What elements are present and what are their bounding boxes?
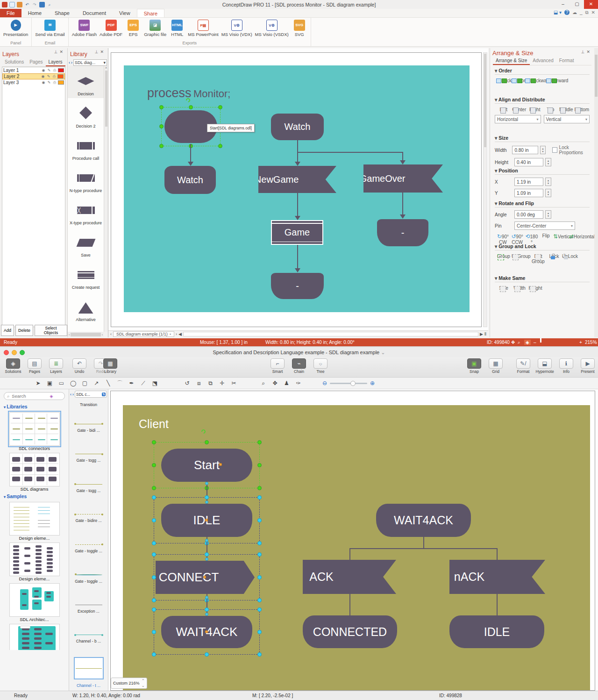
selection-handle[interactable] <box>205 652 209 657</box>
x-stepper[interactable]: ▲▼ <box>545 178 551 186</box>
library-shape-alternative[interactable]: Alternative <box>68 292 104 324</box>
connector-endpoint[interactable] <box>205 539 208 542</box>
minimize-button[interactable]: – <box>556 0 570 9</box>
export-eps-button[interactable]: EPS EPS <box>124 19 142 37</box>
doc-restore-icon[interactable]: ⧉ <box>585 10 588 15</box>
shape-tool-icon[interactable]: ⬔ <box>150 379 160 388</box>
delete-layer-button[interactable]: Delete <box>15 325 33 336</box>
polyline-tool-icon[interactable]: ⟋ <box>138 379 149 388</box>
rounded-rect-tool-icon[interactable]: ▢ <box>79 379 90 388</box>
node-connected[interactable]: CONNECTED <box>303 615 397 648</box>
doc-close-icon[interactable]: ✕ <box>591 10 595 15</box>
toolbar-library-button[interactable]: ▦Library <box>100 358 121 374</box>
sample-thumb-partial[interactable] <box>8 624 61 650</box>
toolbar-chain-button[interactable]: ⌁Chain <box>289 358 309 374</box>
selection-handle[interactable] <box>152 518 156 522</box>
libraries-section-header[interactable]: Libraries <box>0 402 69 410</box>
connector[interactable] <box>349 594 350 615</box>
connector[interactable] <box>402 152 403 160</box>
visibility-icon[interactable]: ◉ <box>41 74 45 79</box>
selection-handle[interactable] <box>152 575 156 579</box>
zoom-out-icon[interactable]: ⊖ <box>322 380 327 386</box>
selection-handle[interactable] <box>257 598 262 602</box>
selection-handle[interactable] <box>152 440 156 444</box>
node-dash-right[interactable]: - <box>377 219 428 246</box>
selection-handle[interactable] <box>218 105 222 109</box>
maximize-button[interactable]: ▢ <box>570 0 584 9</box>
sdl-diagram-page[interactable]: process Monitor; Start[SDL diagrams.odl]… <box>124 65 470 312</box>
connector[interactable] <box>297 245 298 268</box>
canvas-vertical-scrollbar[interactable] <box>483 52 487 327</box>
node-nack[interactable]: nACK <box>449 560 545 594</box>
height-input[interactable]: 0.40 in <box>514 158 543 166</box>
strip-item-gate-toggle1[interactable]: Gate - toggle ... <box>69 534 108 564</box>
export-presentation-button[interactable]: ▶ Presentation <box>2 19 29 37</box>
selection-handle[interactable] <box>257 486 262 490</box>
distribute-vertical-dropdown[interactable]: Vertical▾ <box>544 115 590 123</box>
selection-handle[interactable] <box>218 144 222 148</box>
height-stepper[interactable]: ▲▼ <box>545 158 551 166</box>
strip-item-transition[interactable]: Transition <box>69 399 108 413</box>
search-box[interactable]: ⌕ ◈ <box>4 392 65 400</box>
strip-dropdown[interactable]: SDL c...⇅ <box>75 391 107 398</box>
layer-color-swatch[interactable] <box>58 80 64 85</box>
zoom-tool-icon[interactable]: ⌕ <box>258 379 269 388</box>
line-tool-icon[interactable]: ╲ <box>103 379 114 388</box>
export-powerpoint-button[interactable]: P▤ MS PowerPoint <box>186 19 220 37</box>
toolbar-grid-button[interactable]: ▦Grid <box>485 358 506 374</box>
library-shape-decision[interactable]: Decision <box>68 66 104 98</box>
selection-handle[interactable] <box>257 575 262 579</box>
library-forward-icon[interactable]: › <box>71 60 72 65</box>
library-dropdown[interactable]: SDL diag...▾ <box>73 59 107 66</box>
export-svg-button[interactable]: SVG SVG <box>290 19 309 37</box>
selection-handle[interactable] <box>189 105 193 109</box>
export-adobe-pdf-button[interactable]: PDF Adobe PDF <box>98 19 124 37</box>
make-same-section-header[interactable]: Make Same <box>495 275 590 282</box>
edit-group-button[interactable]: Edit Group <box>530 254 546 264</box>
save-icon[interactable] <box>39 2 45 7</box>
select-objects-button[interactable]: Select Objects <box>35 325 67 336</box>
new-document-icon[interactable] <box>9 2 15 7</box>
selection-handle[interactable] <box>152 495 156 500</box>
export-html-button[interactable]: HTML HTML <box>168 19 186 37</box>
y-input[interactable]: 1.09 in <box>514 189 543 197</box>
library-shape-x-type[interactable]: X-type procedure <box>68 195 104 227</box>
arrange-panel-scrollbar[interactable] <box>594 48 598 337</box>
send-via-email-button[interactable]: ✉ Send via Email <box>34 19 66 37</box>
split-view-icon[interactable]: ⦀ <box>484 332 486 337</box>
export-graphic-file-button[interactable]: ◪ Graphic file <box>142 19 168 37</box>
align-bottom-button[interactable]: Bottom <box>574 107 590 112</box>
selection-handle[interactable] <box>152 552 156 557</box>
toolbar-info-button[interactable]: ℹInfo <box>556 358 577 374</box>
library-shape-create-request[interactable]: Create request <box>68 259 104 292</box>
selection-handle[interactable] <box>152 630 156 634</box>
sample-thumbnail-partial[interactable] <box>9 624 60 650</box>
selection-handle[interactable] <box>159 144 164 148</box>
close-icon[interactable]: ✕ <box>100 50 106 54</box>
tab-home[interactable]: Home <box>21 9 48 17</box>
connector-endpoint[interactable] <box>205 482 208 485</box>
pen-tool-icon[interactable]: ✒ <box>126 379 137 388</box>
node-dash-left[interactable]: - <box>271 273 324 299</box>
selection-handle[interactable] <box>257 541 262 545</box>
strip-item-gate-toggle2[interactable]: Gate - toggle ... <box>69 564 108 594</box>
node-wait4ack-right[interactable]: WAIT4ACK <box>376 504 471 537</box>
width-stepper[interactable]: ▲▼ <box>540 146 546 154</box>
pin-icon[interactable]: ⊥ <box>95 50 100 54</box>
ellipse-tool-icon[interactable]: ◯ <box>68 379 78 388</box>
selection-handle[interactable] <box>205 552 209 557</box>
rotate-handle-icon[interactable] <box>200 429 206 435</box>
arrow-tool-icon[interactable]: ↗ <box>91 379 102 388</box>
selection-handle[interactable] <box>159 124 164 129</box>
library-thumb-sdl-diagrams[interactable]: SDL diagrams <box>8 453 61 492</box>
connector[interactable] <box>349 548 497 549</box>
text-tool-icon[interactable]: ▣ <box>44 379 55 388</box>
design-elements-2-thumbnail[interactable] <box>9 543 60 576</box>
strip-item-gate-togg2[interactable]: Gate - togg ... <box>69 473 108 504</box>
node-watch-right[interactable]: Watch <box>271 114 324 140</box>
layers-tab-layers[interactable]: Layers <box>46 58 65 66</box>
library-thumb-sdl-connectors[interactable]: SDL connectors <box>8 412 61 451</box>
toolbar-layers-button[interactable]: ≣Layers <box>46 358 66 374</box>
strip-item-channel-t-selected[interactable]: Channel - t ... <box>69 654 108 691</box>
sdl-diagrams-thumbnail[interactable] <box>9 453 60 486</box>
